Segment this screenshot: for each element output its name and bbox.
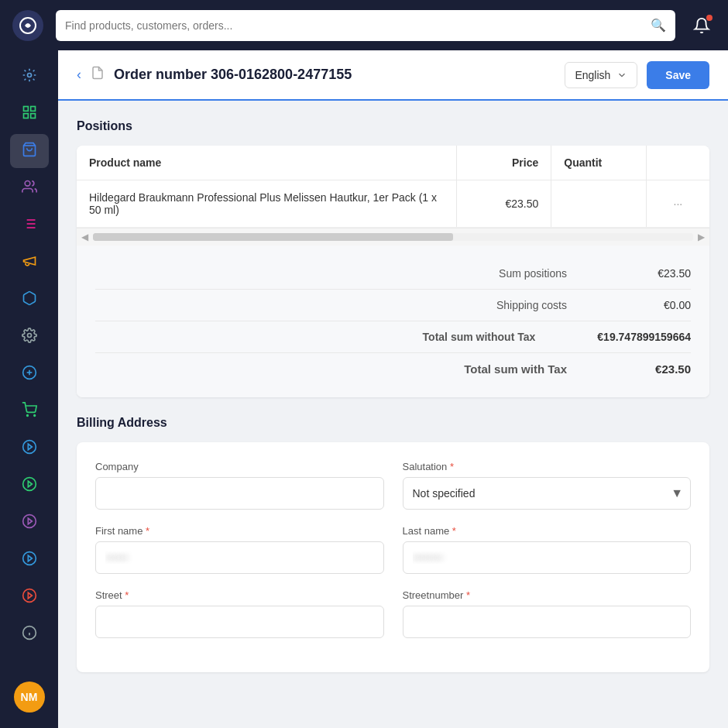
sub-header: ‹ Order number 306-0162800-2477155 Engli… xyxy=(58,50,728,101)
salutation-group: Salutation * Not specified Mr. Ms. Mrs. … xyxy=(403,461,692,510)
scroll-left-arrow[interactable]: ◀ xyxy=(77,232,93,242)
search-input[interactable] xyxy=(65,19,644,32)
content-area: ‹ Order number 306-0162800-2477155 Engli… xyxy=(58,50,728,728)
gear-icon xyxy=(22,328,37,347)
col-price: Price xyxy=(456,146,551,180)
table-row: Hildegard Braukmann Professional Plus Me… xyxy=(77,180,709,228)
last-name-label: Last name * xyxy=(403,525,692,537)
sidebar-item-rocket3[interactable] xyxy=(10,506,49,540)
svg-point-14 xyxy=(27,333,31,337)
first-name-required-star: * xyxy=(143,525,149,537)
svg-point-1 xyxy=(27,73,31,77)
streetnumber-input[interactable] xyxy=(403,606,692,638)
total-no-tax-value: €19.747899159664 xyxy=(597,331,691,343)
street-row: Street * Streetnumber * xyxy=(95,589,691,638)
first-name-input[interactable] xyxy=(95,541,384,574)
sum-positions-value: €23.50 xyxy=(629,267,691,280)
rocket3-icon xyxy=(22,513,37,533)
users-icon xyxy=(22,179,37,198)
file-icon xyxy=(91,66,105,84)
sidebar-item-users[interactable] xyxy=(10,171,49,205)
col-product-name: Product name xyxy=(77,146,456,180)
sidebar-item-rocket2[interactable] xyxy=(10,469,49,503)
user-avatar[interactable]: NM xyxy=(14,682,45,713)
table-scroll-wrapper[interactable]: Product name Price Quantit Hildegard Bra… xyxy=(77,146,709,228)
positions-section-title: Positions xyxy=(77,119,709,133)
street-label: Street * xyxy=(95,589,384,601)
back-button[interactable]: ‹ xyxy=(77,67,81,83)
salutation-label: Salutation * xyxy=(403,461,692,472)
sidebar-item-rocket5[interactable] xyxy=(10,580,49,614)
col-quantity: Quantit xyxy=(551,146,647,180)
sidebar-item-basket[interactable] xyxy=(10,394,49,428)
sidebar: NM xyxy=(0,50,58,728)
scroll-right-arrow[interactable]: ▶ xyxy=(693,232,709,242)
street-required-star: * xyxy=(122,589,129,601)
page-title: Order number 306-0162800-2477155 xyxy=(114,67,555,83)
grid-icon xyxy=(22,105,37,124)
language-value: English xyxy=(575,69,610,81)
street-group: Street * xyxy=(95,589,384,638)
basket-icon xyxy=(22,402,37,421)
sidebar-item-marketing[interactable] xyxy=(10,246,49,280)
sidebar-item-orders[interactable] xyxy=(10,134,49,168)
svg-rect-5 xyxy=(30,113,35,118)
sidebar-item-analytics[interactable] xyxy=(10,208,49,242)
rocket4-icon xyxy=(22,551,37,570)
svg-point-7 xyxy=(25,180,30,186)
salutation-required-star: * xyxy=(447,461,454,472)
first-name-group: First name * xyxy=(95,525,384,574)
svg-rect-4 xyxy=(23,113,28,118)
shipping-costs-value: €0.00 xyxy=(629,299,691,311)
sidebar-item-settings[interactable] xyxy=(10,320,49,354)
first-name-label: First name * xyxy=(95,525,384,537)
shipping-costs-label: Shipping costs xyxy=(496,299,567,311)
company-salutation-row: Company Salutation * Not specified Mr. M… xyxy=(95,461,691,510)
cube-icon xyxy=(22,290,37,310)
last-name-group: Last name * xyxy=(403,525,692,574)
rocket2-icon xyxy=(22,476,37,496)
sidebar-item-rocket1[interactable] xyxy=(10,431,49,465)
language-selector[interactable]: English xyxy=(565,62,637,88)
dashboard-icon xyxy=(22,67,37,87)
total-tax-label: Total sum with Tax xyxy=(464,362,567,376)
notification-dot xyxy=(706,15,713,21)
megaphone-icon xyxy=(22,253,37,273)
chart-icon xyxy=(22,216,37,235)
names-row: First name * Last name * xyxy=(95,525,691,574)
sidebar-item-grid[interactable] xyxy=(10,97,49,131)
street-input[interactable] xyxy=(95,606,384,638)
total-no-tax-row: Total sum without Tax €19.747899159664 xyxy=(95,321,691,353)
save-button[interactable]: Save xyxy=(647,61,709,89)
search-bar[interactable]: 🔍 xyxy=(56,10,675,41)
billing-card: Company Salutation * Not specified Mr. M… xyxy=(77,442,709,672)
sum-positions-row: Sum positions €23.50 xyxy=(95,258,691,290)
sidebar-item-info[interactable] xyxy=(10,617,49,651)
scrollbar-thumb[interactable] xyxy=(93,233,453,241)
sidebar-item-dashboard[interactable] xyxy=(10,60,49,94)
product-name-cell: Hildegard Braukmann Professional Plus Me… xyxy=(77,180,456,228)
row-actions-cell[interactable]: ··· xyxy=(646,180,709,228)
logo[interactable] xyxy=(12,10,43,41)
streetnumber-label: Streetnumber * xyxy=(403,589,692,601)
sum-positions-label: Sum positions xyxy=(499,267,567,280)
price-cell: €23.50 xyxy=(456,180,551,228)
salutation-select-wrapper: Not specified Mr. Ms. Mrs. ▼ xyxy=(403,477,692,510)
chevron-down-icon xyxy=(616,70,627,81)
notifications-bell[interactable] xyxy=(688,12,716,39)
positions-table: Product name Price Quantit Hildegard Bra… xyxy=(77,146,709,228)
page-content: Positions Product name Price Quantit xyxy=(58,101,728,691)
streetnumber-required-star: * xyxy=(463,589,470,601)
last-name-input[interactable] xyxy=(403,541,692,574)
main-layout: NM ‹ Order number 306-0162800-2477155 En… xyxy=(0,50,728,728)
salutation-select[interactable]: Not specified Mr. Ms. Mrs. xyxy=(403,477,692,510)
sidebar-item-catalog[interactable] xyxy=(10,283,49,317)
quantity-cell xyxy=(551,180,647,228)
company-input[interactable] xyxy=(95,477,384,510)
sidebar-item-add[interactable] xyxy=(10,357,49,391)
company-group: Company xyxy=(95,461,384,510)
sidebar-item-rocket4[interactable] xyxy=(10,543,49,577)
summary-section: Sum positions €23.50 Shipping costs €0.0… xyxy=(77,246,709,397)
bag-icon xyxy=(22,142,37,161)
search-icon: 🔍 xyxy=(651,18,666,33)
